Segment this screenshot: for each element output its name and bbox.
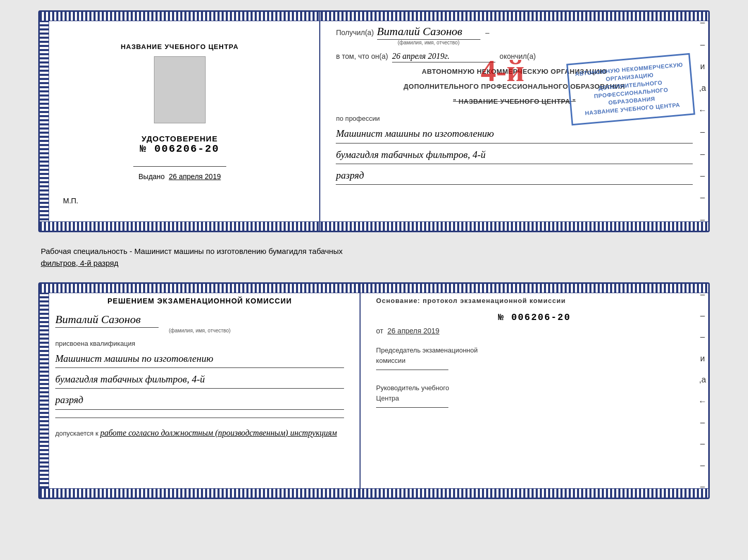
info-text-section: Рабочая специальность - Машинист машины … <box>38 241 710 274</box>
person-name: Виталий Сазонов <box>55 313 159 328</box>
bottom-right-dashes: – – – и ,а ← – – – – <box>697 284 708 498</box>
person-block: Виталий Сазонов (фамилия, имя, отчество) <box>55 313 344 333</box>
cert-bottom-left-panel: Решением экзаменационной комиссии Витали… <box>40 284 361 498</box>
top-certificate: НАЗВАНИЕ УЧЕБНОГО ЦЕНТРА УДОСТОВЕРЕНИЕ №… <box>38 10 710 232</box>
cert-number: № 006206-20 <box>140 143 220 155</box>
qualification-line2: бумагидля табачных фильтров, 4-й <box>55 371 344 389</box>
head-block: Руководитель учебного Центра <box>376 383 693 408</box>
info-text-underline: фильтров, 4-й разряд <box>41 259 118 267</box>
recipient-sub: (фамилия, имя, отчество) <box>398 40 460 45</box>
in-that-date: 26 апреля 2019г. <box>392 52 495 62</box>
in-that-prefix: в том, что он(а) <box>336 52 388 60</box>
admission-text: работе согласно должностным (производств… <box>100 428 337 437</box>
right-dashes: – – и ,а ← – – – – – <box>697 12 708 231</box>
profession-line1: Машинист машины по изготовлению <box>336 125 693 143</box>
issued-date-value: 26 апреля 2019 <box>169 172 221 181</box>
signature-line <box>133 166 226 167</box>
head-label: Руководитель учебного <box>376 384 449 392</box>
chairman-block: Председатель экзаменационной комиссии <box>376 345 693 370</box>
red-number: 4-й <box>480 53 524 89</box>
stamp: АВТОНОМНУЮ НЕКОММЕРЧЕСКУЮ ОРГАНИЗАЦИЮ ДО… <box>566 53 695 125</box>
chairman-label2: комиссии <box>376 357 406 364</box>
basis-title: Основание: протокол экзаменационной коми… <box>376 297 693 305</box>
cert-right-panel: Получил(а) Виталий Сазонов (фамилия, имя… <box>320 12 708 231</box>
cert-left-panel: НАЗВАНИЕ УЧЕБНОГО ЦЕНТРА УДОСТОВЕРЕНИЕ №… <box>40 12 320 231</box>
protocol-number: № 006206-20 <box>376 312 693 323</box>
profession-line2: бумагидля табачных фильтров, 4-й <box>336 146 693 164</box>
admission-label: допускается к <box>55 429 98 437</box>
assigned-label: присвоена квалификация <box>55 340 344 347</box>
recipient-line: Получил(а) Виталий Сазонов (фамилия, имя… <box>336 25 693 45</box>
recipient-prefix: Получил(а) <box>336 28 373 37</box>
qualification-line1: Машинист машины по изготовлению <box>55 350 344 368</box>
cert-bottom-right-panel: Основание: протокол экзаменационной коми… <box>361 284 708 498</box>
date-value: 26 апреля 2019 <box>387 327 440 335</box>
admission-block: допускается к работе согласно должностны… <box>55 428 344 440</box>
org-name-label: НАЗВАНИЕ УЧЕБНОГО ЦЕНТРА <box>121 43 239 51</box>
profession-line3: разряд <box>336 167 693 185</box>
qualification-line3: разряд <box>55 391 344 409</box>
issued-date: Выдано 26 апреля 2019 <box>138 172 221 181</box>
info-text-line2: фильтров, 4-й разряд <box>41 258 707 269</box>
head-signature-line <box>376 407 448 408</box>
dash-after-name: – <box>486 28 490 37</box>
chairman-label: Председатель экзаменационной <box>376 346 478 354</box>
decision-title: Решением экзаменационной комиссии <box>55 297 344 305</box>
date-prefix: от <box>376 327 383 335</box>
photo-placeholder <box>154 56 206 123</box>
bottom-certificate: Решением экзаменационной комиссии Витали… <box>38 282 710 499</box>
recipient-name: Виталий Сазонов <box>377 25 480 40</box>
issued-label: Выдано <box>138 172 165 181</box>
chairman-signature-line <box>376 370 448 370</box>
protocol-date: от 26 апреля 2019 <box>376 327 693 335</box>
mp-label: М.П. <box>63 197 79 205</box>
info-text-line1: Рабочая специальность - Машинист машины … <box>41 246 707 258</box>
admission-divider <box>55 418 344 418</box>
head-label2: Центра <box>376 394 399 402</box>
cert-title: УДОСТОВЕРЕНИЕ <box>140 134 220 143</box>
person-sub: (фамилия, имя, отчество) <box>169 328 231 333</box>
